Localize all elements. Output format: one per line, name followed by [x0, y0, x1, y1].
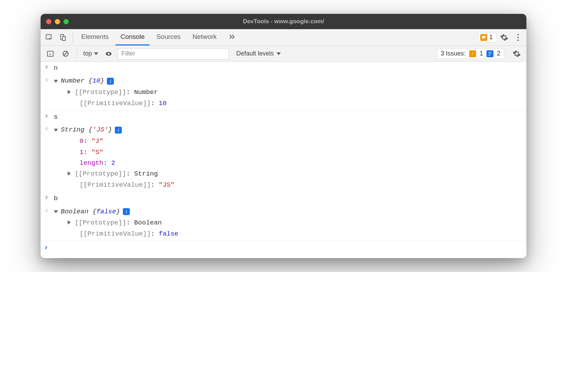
window-controls: [41, 19, 69, 24]
expand-toggle-icon[interactable]: [54, 129, 58, 132]
object-type: Number: [61, 77, 84, 85]
console-output-row[interactable]: Number {10} i [[Prototype]]: Number [[Pr…: [41, 75, 526, 111]
object-summary-value: false: [96, 208, 116, 215]
property-row[interactable]: [[PrimitiveValue]]: false: [68, 229, 523, 239]
issues-badge[interactable]: 3 Issues: 1 2: [437, 48, 504, 59]
more-menu-icon[interactable]: [512, 31, 524, 44]
input-caret-icon: [43, 63, 50, 70]
input-text: b: [54, 194, 523, 204]
output-caret-icon: [43, 125, 50, 132]
minimize-window-button[interactable]: [55, 19, 60, 24]
property-row[interactable]: [[Prototype]]: String: [68, 169, 523, 179]
log-levels-selector[interactable]: Default levels: [236, 50, 281, 57]
issues-info-count: 2: [497, 50, 500, 57]
issues-label: 3 Issues:: [441, 50, 466, 57]
live-expression-icon[interactable]: [102, 48, 115, 60]
tabs-bar: Elements Console Sources Network 1: [41, 29, 526, 46]
info-icon: [486, 50, 493, 57]
property-row[interactable]: [[PrimitiveValue]]: 10: [68, 98, 523, 109]
input-text: s: [54, 112, 523, 122]
settings-icon[interactable]: [498, 31, 510, 44]
svg-point-8: [108, 53, 110, 55]
filter-input[interactable]: [118, 48, 229, 59]
console-prompt[interactable]: [41, 241, 526, 258]
context-label: top: [83, 50, 92, 57]
context-selector[interactable]: top: [82, 49, 100, 59]
expand-toggle-icon[interactable]: [54, 210, 58, 213]
console-input-row[interactable]: b: [41, 192, 526, 205]
tab-sources[interactable]: Sources: [152, 29, 186, 45]
console-input-row[interactable]: n: [41, 62, 526, 75]
console-output-row[interactable]: Boolean {false} i [[Prototype]]: Boolean…: [41, 205, 526, 241]
object-header[interactable]: String {'JS'} i: [54, 125, 122, 135]
warning-icon: [480, 34, 487, 41]
warning-count: 1: [489, 34, 493, 41]
object-type: Boolean: [61, 208, 88, 215]
property-row[interactable]: [[Prototype]]: Number: [68, 87, 523, 98]
object-properties: [[Prototype]]: Boolean [[PrimitiveValue]…: [54, 218, 523, 239]
property-row[interactable]: [[Prototype]]: Boolean: [68, 218, 523, 228]
chevron-down-icon: [277, 52, 281, 55]
svg-point-11: [48, 80, 48, 80]
object-summary-value: 10: [92, 77, 100, 85]
object-summary-value: 'JS': [92, 126, 108, 134]
property-row[interactable]: [[PrimitiveValue]]: "JS": [68, 180, 523, 190]
expand-toggle-icon[interactable]: [54, 80, 58, 83]
tab-elements[interactable]: Elements: [76, 29, 113, 45]
input-caret-icon: [43, 194, 50, 201]
toggle-sidebar-icon[interactable]: [44, 48, 57, 60]
panel-tabs: Elements Console Sources Network: [76, 29, 241, 45]
expand-toggle-icon[interactable]: [68, 90, 71, 94]
device-toggle-icon[interactable]: [57, 31, 69, 44]
property-row[interactable]: length: 2: [68, 158, 523, 169]
close-window-button[interactable]: [46, 19, 51, 24]
property-row[interactable]: 0: "J": [68, 136, 523, 147]
tab-console[interactable]: Console: [116, 29, 150, 45]
svg-rect-2: [62, 36, 65, 41]
svg-point-12: [48, 129, 48, 129]
levels-label: Default levels: [236, 50, 274, 57]
property-row[interactable]: 1: "S": [68, 147, 523, 158]
titlebar: DevTools - www.google.com/: [41, 14, 526, 29]
warning-icon: [469, 50, 476, 57]
svg-rect-9: [472, 52, 473, 54]
issues-warning-count: 1: [480, 50, 483, 57]
console-input-row[interactable]: s: [41, 111, 526, 123]
expand-toggle-icon[interactable]: [68, 171, 71, 176]
console-output: n Number {10} i [[Prototype]]: Number [[…: [41, 62, 526, 258]
clear-console-icon[interactable]: [59, 48, 72, 60]
svg-rect-4: [483, 37, 484, 38]
object-properties: [[Prototype]]: Number [[PrimitiveValue]]…: [54, 87, 523, 109]
svg-rect-5: [48, 51, 53, 56]
svg-point-13: [48, 210, 48, 211]
info-badge-icon[interactable]: i: [115, 127, 122, 134]
console-toolbar: top Default levels 3 Issues: 1 2: [41, 46, 526, 62]
object-type: String: [61, 126, 84, 134]
input-text: n: [54, 63, 523, 73]
svg-rect-10: [472, 54, 473, 54]
output-caret-icon: [43, 76, 50, 83]
warning-badge[interactable]: 1: [478, 32, 497, 42]
svg-rect-0: [46, 34, 51, 39]
info-badge-icon[interactable]: i: [123, 208, 130, 215]
zoom-window-button[interactable]: [64, 19, 69, 24]
object-header[interactable]: Number {10} i: [54, 76, 114, 86]
window-title: DevTools - www.google.com/: [41, 18, 526, 25]
input-caret-icon: [43, 112, 50, 119]
tab-network[interactable]: Network: [188, 29, 222, 45]
expand-toggle-icon[interactable]: [68, 220, 71, 224]
console-settings-icon[interactable]: [510, 48, 523, 60]
object-header[interactable]: Boolean {false} i: [54, 207, 130, 217]
object-properties: 0: "J" 1: "S" length: 2 [[Prototype]]: S…: [54, 136, 523, 190]
more-tabs-icon[interactable]: [223, 29, 241, 45]
svg-rect-3: [483, 36, 484, 37]
prompt-caret-icon: [43, 243, 49, 254]
output-caret-icon: [43, 207, 50, 214]
divider: [77, 49, 77, 59]
inspect-element-icon[interactable]: [43, 31, 55, 44]
divider: [73, 33, 73, 42]
info-badge-icon[interactable]: i: [107, 78, 114, 85]
devtools-window: DevTools - www.google.com/ Elements Cons…: [41, 14, 526, 258]
chevron-down-icon: [94, 52, 98, 55]
console-output-row[interactable]: String {'JS'} i 0: "J" 1: "S" length: 2 …: [41, 123, 526, 192]
